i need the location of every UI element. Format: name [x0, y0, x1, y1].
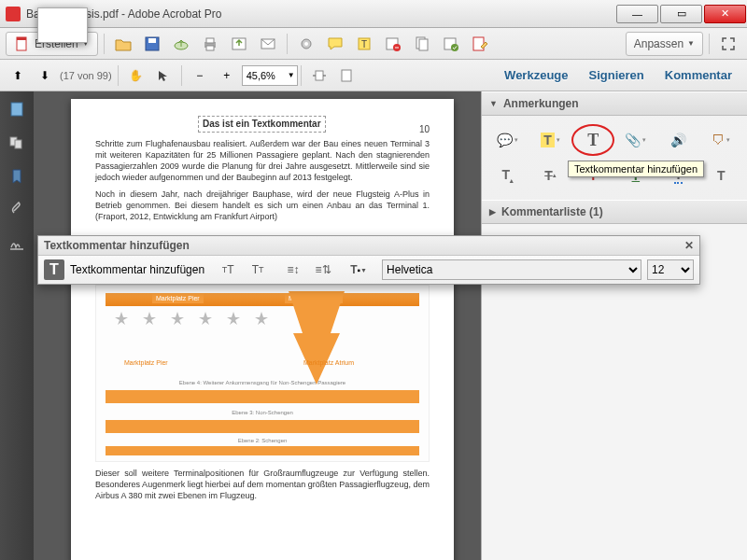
diagram-caption: Marktplatz Atrium [303, 358, 354, 367]
font-family-select[interactable]: Helvetica [382, 259, 641, 280]
decrease-line-spacing-button[interactable]: ≡↕ [281, 259, 305, 280]
airplane-icon [225, 310, 242, 327]
text-comment-toolbar: Textkommentar hinzufügen ✕ T Textkomment… [37, 235, 700, 285]
diagram-caption: Ebene 4: Weiterer Ankommensgang für Non-… [106, 379, 419, 386]
commentlist-title: Kommentarliste (1) [501, 205, 603, 218]
body-text: Schritte zum Flughafenausbau realisiert.… [95, 138, 430, 184]
create-icon [14, 35, 31, 52]
cloud-icon [173, 35, 190, 52]
decrease-size-button[interactable]: TT [216, 259, 240, 280]
document-pane[interactable]: 10 Das ist ein Textkommentar Schritte zu… [34, 91, 481, 560]
maximize-button[interactable]: ▭ [660, 5, 702, 23]
redact-icon [443, 35, 459, 52]
svg-rect-6 [206, 38, 214, 43]
redact-button[interactable] [438, 32, 464, 56]
fit-width-button[interactable] [307, 63, 331, 88]
annotations-header[interactable]: ▼ Anmerkungen [482, 91, 747, 116]
commentlist-header[interactable]: ▶ Kommentarliste (1) [482, 200, 747, 224]
minimize-button[interactable]: ― [616, 5, 658, 23]
replace-text-tool[interactable]: T▴ [532, 162, 570, 189]
page-up-button[interactable]: ⬆ [6, 63, 30, 88]
pages-nav-button[interactable] [7, 133, 27, 153]
stamp-tool[interactable]: ⛉▾ [702, 127, 740, 153]
pages-icon [414, 35, 430, 52]
print-icon [202, 35, 218, 52]
share-button[interactable] [226, 32, 252, 56]
share-icon [231, 35, 247, 52]
sign-tab[interactable]: Signieren [580, 64, 654, 86]
bookmarks-button[interactable] [7, 166, 27, 187]
font-size-select[interactable]: 12 [647, 259, 694, 280]
increase-size-button[interactable]: TT [246, 259, 270, 280]
thumbnails-button[interactable] [7, 99, 27, 119]
open-button[interactable] [110, 32, 136, 56]
body-text: Noch in diesem Jahr, nach dreijähriger B… [95, 189, 430, 222]
svg-rect-3 [148, 38, 156, 43]
settings-button[interactable] [293, 32, 319, 56]
sticky-note-tool[interactable]: 💬▾ [489, 127, 527, 153]
panel-tabs: Werkzeuge Signieren Kommentar [495, 64, 741, 86]
comment-bubble-button[interactable] [322, 32, 348, 56]
save-button[interactable] [139, 32, 165, 56]
close-button[interactable]: ✕ [704, 5, 746, 23]
hand-tool-button[interactable]: ✋ [124, 63, 148, 88]
delete-comment-button[interactable] [380, 32, 406, 56]
edit-button[interactable] [467, 32, 493, 56]
diagram-caption: Marktplatz Pier [124, 358, 168, 367]
airplane-icon [197, 310, 214, 327]
select-tool-button[interactable] [151, 63, 176, 88]
increase-line-spacing-button[interactable]: ≡⇅ [311, 259, 335, 280]
pages-nav-icon [8, 134, 25, 151]
svg-rect-25 [15, 140, 21, 148]
app-icon [6, 7, 21, 21]
tools-tab[interactable]: Werkzeuge [495, 64, 577, 86]
annotations-title: Anmerkungen [503, 97, 579, 110]
cloud-button[interactable] [168, 32, 194, 56]
page-down-button[interactable]: ⬇ [33, 63, 57, 88]
collapse-icon: ▼ [489, 99, 498, 108]
record-audio-tool[interactable]: 🔊 [660, 127, 698, 153]
print-button[interactable] [197, 32, 223, 56]
page-total: (17 von 99) [60, 70, 112, 81]
text-correction-tool[interactable]: T [702, 162, 740, 189]
work-area: 10 Das ist ein Textkommentar Schritte zu… [0, 91, 747, 560]
close-toolbar-button[interactable]: ✕ [684, 239, 694, 252]
fit-page-button[interactable] [334, 63, 359, 88]
titlebar: Bachelorthesis.pdf - Adobe Acrobat Pro ―… [0, 0, 747, 28]
fit-page-icon [339, 69, 354, 82]
comment-tab[interactable]: Kommentar [655, 64, 741, 86]
signatures-nav-button[interactable] [7, 233, 27, 254]
highlight-button[interactable]: T [351, 32, 377, 56]
email-button[interactable] [255, 32, 281, 56]
organize-button[interactable] [409, 32, 435, 56]
highlight-text-tool[interactable]: T▾ [532, 127, 570, 153]
delete-comment-icon [385, 35, 402, 52]
diagram-caption: Ebene 3: Non-Schengen [106, 409, 419, 416]
text-comment-toolbar-header[interactable]: Textkommentar hinzufügen ✕ [38, 236, 699, 256]
paperclip-icon [8, 202, 25, 218]
speech-bubble-icon [327, 35, 344, 52]
attachments-button[interactable] [7, 200, 27, 220]
insert-text-tool[interactable]: T▴ [489, 162, 527, 189]
text-comment[interactable]: Das ist ein Textkommentar [198, 116, 326, 133]
toolbar-primary: Erstellen ▼ T Anpassen ▼ [0, 28, 747, 60]
folder-open-icon [115, 35, 132, 52]
fullscreen-button[interactable] [715, 32, 741, 56]
zoom-out-button[interactable]: − [188, 63, 212, 88]
add-text-comment-tool[interactable]: T [574, 127, 612, 153]
zoom-in-button[interactable]: + [215, 63, 239, 88]
text-color-button[interactable]: T▪ ▼ [346, 259, 371, 280]
thumbnails-icon [8, 101, 25, 118]
zoom-input[interactable] [242, 65, 298, 86]
highlight-icon: T [356, 35, 373, 52]
page-number-input[interactable] [37, 7, 88, 43]
text-comment-toolbar-title: Textkommentar hinzufügen [44, 239, 190, 252]
window-title: Bachelorthesis.pdf - Adobe Acrobat Pro [26, 7, 615, 21]
bookmark-icon [8, 168, 25, 185]
comments-panel: ▼ Anmerkungen 💬▾ T▾ T 📎▾ 🔊 ⛉▾ T▴ T▴ T T … [481, 91, 747, 560]
diagram-label: Marktplatz Pier [152, 293, 204, 303]
customize-button[interactable]: Anpassen ▼ [626, 32, 703, 56]
svg-point-19 [451, 44, 458, 51]
text-comment-toolbar-row: T Textkommentar hinzufügen TT TT ≡↕ ≡⇅ T… [38, 256, 699, 284]
attach-file-tool[interactable]: 📎▾ [617, 127, 655, 153]
